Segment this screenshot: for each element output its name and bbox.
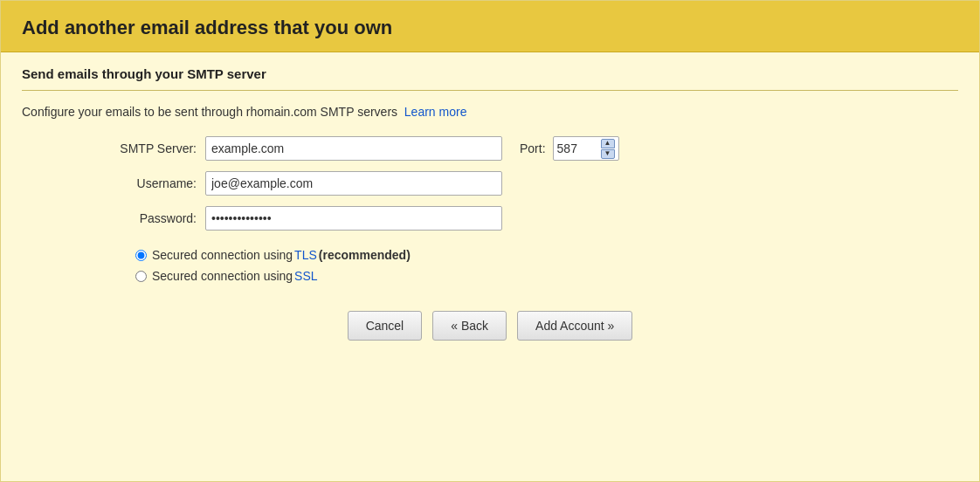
port-label: Port: [520,141,546,155]
username-row: Username: [92,171,502,196]
smtp-server-label: SMTP Server: [92,141,197,155]
dialog-body: Send emails through your SMTP server Con… [1,52,979,362]
dialog-header: Add another email address that you own [1,1,979,52]
port-input-wrapper: ▲ ▼ [553,136,619,161]
port-increment-button[interactable]: ▲ [601,139,615,148]
smtp-server-row: SMTP Server: Port: ▲ ▼ [92,136,619,161]
add-account-button[interactable]: Add Account » [517,311,632,341]
button-row: Cancel « Back Add Account » [22,311,958,341]
description-text: Configure your emails to be sent through… [22,105,401,119]
port-group: Port: ▲ ▼ [520,136,619,161]
port-spinner: ▲ ▼ [601,139,615,159]
tls-radio-row[interactable]: Secured connection using TLS (recommende… [135,248,958,262]
tls-label-text: Secured connection using [152,248,293,262]
ssl-link[interactable]: SSL [294,269,317,283]
tls-link[interactable]: TLS [294,248,317,262]
radio-group: Secured connection using TLS (recommende… [22,248,958,283]
port-input[interactable] [557,141,599,155]
section-title: Send emails through your SMTP server [22,52,958,90]
smtp-server-input[interactable] [205,136,502,161]
tls-radio[interactable] [135,250,147,261]
back-button[interactable]: « Back [432,311,507,341]
description: Configure your emails to be sent through… [22,105,958,119]
username-label: Username: [92,176,197,190]
password-label: Password: [92,211,197,225]
section-divider [22,90,958,91]
ssl-radio[interactable] [135,271,147,282]
learn-more-link[interactable]: Learn more [404,105,467,119]
tls-recommended: (recommended) [319,248,411,262]
username-input[interactable] [205,171,502,196]
form-area: SMTP Server: Port: ▲ ▼ Username: [22,136,958,241]
password-input[interactable] [205,206,502,231]
password-row: Password: [92,206,502,231]
cancel-button[interactable]: Cancel [348,311,423,341]
ssl-radio-row[interactable]: Secured connection using SSL [135,269,958,283]
dialog-title: Add another email address that you own [22,17,958,39]
dialog: Add another email address that you own S… [0,0,980,482]
port-decrement-button[interactable]: ▼ [601,149,615,159]
ssl-label-text: Secured connection using [152,269,293,283]
